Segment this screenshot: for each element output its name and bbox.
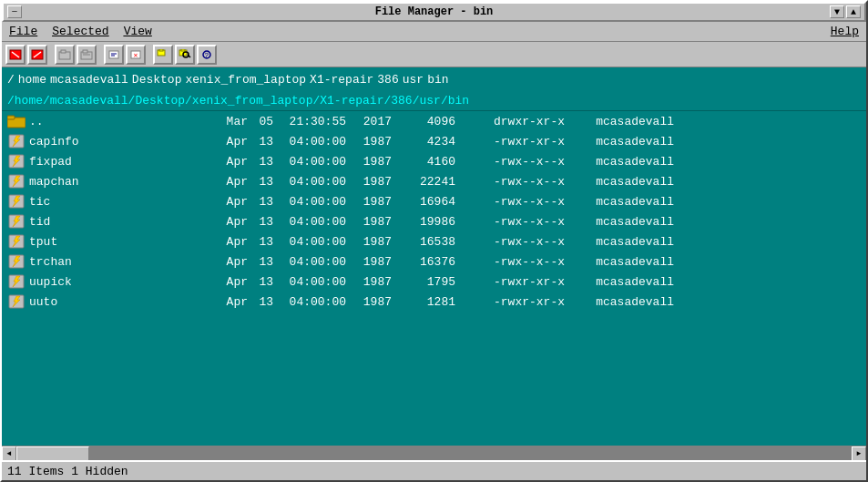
title-bar: ─ File Manager - bin ▼ ▲ <box>2 2 866 22</box>
scroll-thumb[interactable] <box>16 446 89 461</box>
file-owner: mcasadevall <box>565 195 674 209</box>
menu-file[interactable]: File <box>5 24 41 39</box>
file-time: 04:00:00 <box>273 135 346 149</box>
table-row[interactable]: uutoApr1304:00:0019871281-rwxr-xr-xmcasa… <box>2 292 866 312</box>
table-row[interactable]: tputApr1304:00:00198716538-rwx--x--xmcas… <box>2 231 866 251</box>
toolbar-btn-6[interactable]: ✕ <box>126 45 146 65</box>
file-owner: mcasadevall <box>565 175 674 189</box>
toolbar-btn-9[interactable]: ? <box>197 45 217 65</box>
path-bin[interactable]: bin <box>427 73 448 87</box>
file-size: 16538 <box>392 235 455 249</box>
file-year: 1987 <box>346 215 392 229</box>
table-row[interactable]: mapchanApr1304:00:00198722241-rwx--x--xm… <box>2 171 866 191</box>
file-month: Apr <box>175 235 248 249</box>
path-x1repair[interactable]: X1-repair <box>310 73 373 87</box>
toolbar-btn-7[interactable] <box>153 45 173 65</box>
file-month: Apr <box>175 295 248 309</box>
file-size: 16376 <box>392 255 455 269</box>
toolbar-btn-4[interactable] <box>77 45 97 65</box>
file-permissions: -rwx--x--x <box>455 235 565 249</box>
path-usr[interactable]: usr <box>403 73 424 87</box>
file-time: 04:00:00 <box>273 255 346 269</box>
svg-rect-23 <box>7 116 15 119</box>
toolbar-btn-5[interactable] <box>104 45 124 65</box>
file-size: 4234 <box>392 135 455 149</box>
svg-rect-15 <box>159 49 163 51</box>
svg-text:?: ? <box>205 51 209 59</box>
file-owner: mcasadevall <box>565 295 674 309</box>
executable-icon <box>7 213 26 230</box>
toolbar-btn-8[interactable] <box>175 45 195 65</box>
toolbar-btn-3[interactable] <box>55 45 75 65</box>
path-root[interactable]: / <box>7 73 15 87</box>
status-text: 11 Items 1 Hidden <box>7 465 128 478</box>
scroll-right-button[interactable]: ► <box>852 446 866 461</box>
table-row[interactable]: uupickApr1304:00:0019871795-rwxr-xr-xmca… <box>2 272 866 292</box>
toolbar-btn-1[interactable] <box>5 45 26 65</box>
minimize-button[interactable]: ▼ <box>830 5 844 18</box>
file-permissions: -rwx--x--x <box>455 255 565 269</box>
path-386[interactable]: 386 <box>377 73 398 87</box>
executable-icon <box>7 153 26 169</box>
table-row[interactable]: capinfoApr1304:00:0019874234-rwxr-xr-xmc… <box>2 131 866 151</box>
file-month: Apr <box>175 255 248 269</box>
file-day: 05 <box>248 115 273 128</box>
svg-text:✕: ✕ <box>134 51 138 59</box>
current-path-text: /home/mcasadevall/Desktop/xenix_from_lap… <box>7 94 469 108</box>
table-row[interactable]: fixpadApr1304:00:0019874160-rwx--x--xmca… <box>2 151 866 171</box>
path-user[interactable]: mcasadevall <box>50 73 128 87</box>
table-row[interactable]: trchanApr1304:00:00198716376-rwx--x--xmc… <box>2 251 866 272</box>
menu-selected[interactable]: Selected <box>48 24 112 39</box>
main-window: ─ File Manager - bin ▼ ▲ File Selected V… <box>0 0 868 482</box>
scroll-left-button[interactable]: ◄ <box>2 446 16 461</box>
file-day: 13 <box>248 275 273 289</box>
file-name: tic <box>29 195 175 209</box>
file-time: 04:00:00 <box>273 175 346 189</box>
file-name: capinfo <box>29 135 175 149</box>
system-menu-button[interactable]: ─ <box>7 5 22 18</box>
executable-icon <box>7 273 26 290</box>
file-owner: mcasadevall <box>565 135 674 149</box>
file-owner: mcasadevall <box>565 215 674 229</box>
file-permissions: -rwx--x--x <box>455 175 565 189</box>
title-left: ─ <box>7 5 22 18</box>
file-size: 22241 <box>392 175 455 189</box>
path-xenix[interactable]: xenix_from_laptop <box>185 73 306 87</box>
file-permissions: -rwxr-xr-x <box>455 275 565 289</box>
file-size: 16964 <box>392 195 455 209</box>
file-day: 13 <box>248 155 273 169</box>
table-row[interactable]: ..Mar0521:30:5520174096drwxr-xr-xmcasade… <box>2 111 866 131</box>
file-name: tid <box>29 215 175 229</box>
file-day: 13 <box>248 255 273 269</box>
file-list-container[interactable]: ..Mar0521:30:5520174096drwxr-xr-xmcasade… <box>2 111 866 446</box>
status-bar: 11 Items 1 Hidden <box>2 460 866 480</box>
file-time: 04:00:00 <box>273 215 346 229</box>
menu-view[interactable]: View <box>120 24 156 39</box>
menu-help[interactable]: Help <box>827 24 863 39</box>
scroll-track[interactable] <box>16 446 852 461</box>
file-name: fixpad <box>29 155 175 169</box>
table-row[interactable]: tidApr1304:00:00198719986-rwx--x--xmcasa… <box>2 211 866 231</box>
file-year: 1987 <box>346 235 392 249</box>
executable-icon <box>7 173 26 190</box>
path-desktop[interactable]: Desktop <box>132 73 182 87</box>
svg-rect-9 <box>109 51 118 58</box>
horizontal-scrollbar[interactable]: ◄ ► <box>2 446 866 460</box>
file-size: 19986 <box>392 215 455 229</box>
file-permissions: -rwx--x--x <box>455 155 565 169</box>
file-year: 1987 <box>346 135 392 149</box>
file-time: 21:30:55 <box>273 115 346 128</box>
file-month: Apr <box>175 175 248 189</box>
executable-icon <box>7 233 26 250</box>
table-row[interactable]: ticApr1304:00:00198716964-rwx--x--xmcasa… <box>2 191 866 211</box>
file-size: 4160 <box>392 155 455 169</box>
path-home[interactable]: home <box>18 73 46 87</box>
file-name: .. <box>29 115 175 128</box>
file-time: 04:00:00 <box>273 155 346 169</box>
toolbar-btn-2[interactable] <box>27 45 47 65</box>
file-day: 13 <box>248 195 273 209</box>
file-permissions: -rwx--x--x <box>455 215 565 229</box>
file-time: 04:00:00 <box>273 235 346 249</box>
file-year: 1987 <box>346 195 392 209</box>
maximize-button[interactable]: ▲ <box>846 5 861 18</box>
